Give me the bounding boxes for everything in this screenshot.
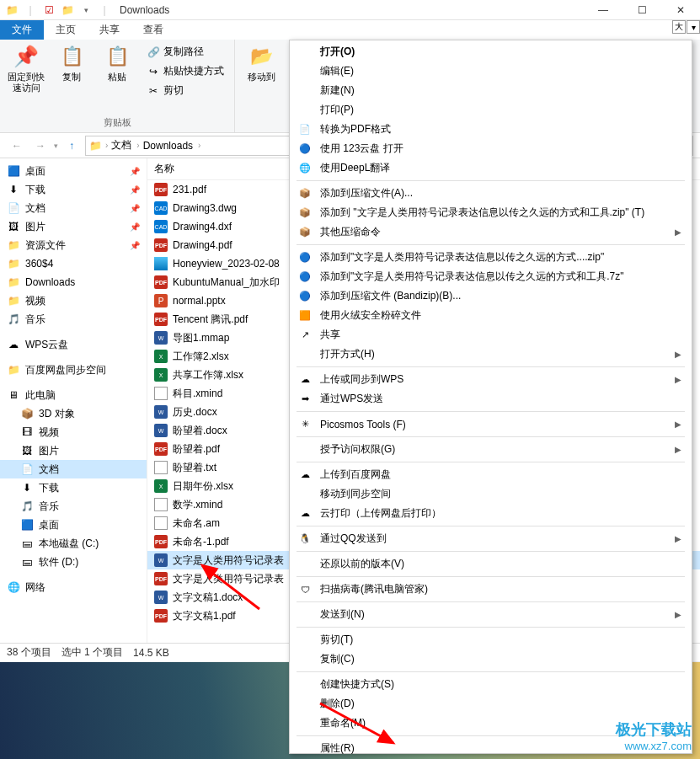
sidebar-item-quick-8[interactable]: 🎵音乐 bbox=[0, 310, 147, 329]
menu-item-16[interactable]: ↗共享 bbox=[290, 325, 692, 345]
menu-item-26[interactable]: ☁上传到百度网盘 bbox=[290, 465, 692, 484]
menu-item-24[interactable]: 授予访问权限(G)▶ bbox=[290, 440, 692, 459]
menu-item-0[interactable]: 打开(O) bbox=[290, 42, 692, 61]
menu-item-4[interactable]: 📄转换为PDF格式 bbox=[290, 120, 692, 139]
menu-item-3[interactable]: 打印(P) bbox=[290, 100, 692, 120]
tab-share-label: 共享 bbox=[99, 23, 120, 37]
sidebar-item-quick-5[interactable]: 📁360$4 bbox=[0, 254, 147, 273]
extra-button-1[interactable]: 大 bbox=[672, 20, 686, 34]
nav-pane[interactable]: 🟦桌面📌⬇下载📌📄文档📌🖼图片📌📁资源文件📌📁360$4📁Downloads📁视… bbox=[0, 158, 147, 643]
move-to-button[interactable]: 📂 移动到 bbox=[242, 43, 281, 94]
sidebar-pc-item-8[interactable]: 🖴软件 (D:) bbox=[0, 553, 147, 571]
sidebar-item-baidu[interactable]: 📁百度网盘同步空间 bbox=[0, 361, 147, 379]
menu-item-19[interactable]: ☁上传或同步到WPS▶ bbox=[290, 370, 692, 389]
menu-item-34[interactable]: 🛡扫描病毒(腾讯电脑管家) bbox=[290, 580, 692, 599]
sidebar-pc-item-3[interactable]: 📄文档 bbox=[0, 460, 147, 478]
menu-item-20[interactable]: ➡通过WPS发送 bbox=[290, 389, 692, 409]
sidebar-pc-item-1[interactable]: 🎞视频 bbox=[0, 423, 147, 441]
sidebar-item-quick-0[interactable]: 🟦桌面📌 bbox=[0, 162, 147, 180]
menu-item-39[interactable]: 复制(C) bbox=[290, 649, 692, 669]
sidebar-pc-item-5[interactable]: 🎵音乐 bbox=[0, 497, 147, 516]
menu-item-1[interactable]: 编辑(E) bbox=[290, 61, 692, 81]
menu-item-28[interactable]: ☁云打印（上传网盘后打印） bbox=[290, 504, 692, 523]
extra-button-2[interactable]: ▾ bbox=[687, 20, 700, 34]
sidebar-item-thispc[interactable]: 🖥此电脑 bbox=[0, 386, 147, 404]
checkbox-icon[interactable]: ☑ bbox=[40, 2, 57, 19]
menu-item-30[interactable]: 🐧通过QQ发送到▶ bbox=[290, 529, 692, 548]
sidebar-item-quick-7[interactable]: 📁视频 bbox=[0, 291, 147, 310]
menu-item-36[interactable]: 发送到(N)▶ bbox=[290, 605, 692, 624]
minimize-button[interactable]: — bbox=[584, 0, 623, 20]
menu-item-12[interactable]: 🔵添加到"文字是人类用符号记录表达信息以传之久远的方式....zip" bbox=[290, 248, 692, 267]
tab-home[interactable]: 主页 bbox=[44, 20, 88, 40]
sidebar-item-quick-1[interactable]: ⬇下载📌 bbox=[0, 180, 147, 199]
file-icon bbox=[154, 257, 168, 270]
nav-icon: ⬇ bbox=[20, 481, 34, 494]
sidebar-pc-item-6[interactable]: 🟦桌面 bbox=[0, 516, 147, 534]
nav-icon: 📦 bbox=[20, 407, 34, 420]
close-button[interactable]: ✕ bbox=[661, 0, 700, 20]
menu-item-32[interactable]: 还原以前的版本(V) bbox=[290, 554, 692, 574]
menu-item-13[interactable]: 🔵添加到"文字是人类用符号记录表达信息以传之久远的方式和工具.7z" bbox=[290, 267, 692, 286]
back-button[interactable]: ← bbox=[7, 136, 27, 156]
menu-item-27[interactable]: 移动到同步空间 bbox=[290, 484, 692, 504]
pin-to-quickaccess-button[interactable]: 📌 固定到快 速访问 bbox=[7, 43, 45, 99]
paste-shortcut-button[interactable]: ↪粘贴快捷方式 bbox=[143, 62, 227, 80]
sidebar-item-wps[interactable]: ☁WPS云盘 bbox=[0, 335, 147, 354]
qat-dropdown-icon[interactable]: ▾ bbox=[77, 2, 94, 19]
sidebar-pc-item-2[interactable]: 🖼图片 bbox=[0, 441, 147, 460]
menu-item-38[interactable]: 剪切(T) bbox=[290, 630, 692, 649]
sidebar-item-quick-2[interactable]: 📄文档📌 bbox=[0, 199, 147, 217]
copy-button[interactable]: 📋 复制 bbox=[52, 43, 91, 99]
tab-file[interactable]: 文件 bbox=[0, 20, 44, 40]
nav-label: 资源文件 bbox=[25, 238, 66, 253]
qat-new-folder-icon[interactable]: 📁 bbox=[59, 2, 76, 19]
menu-item-10[interactable]: 📦其他压缩命令▶ bbox=[290, 222, 692, 242]
file-icon: X bbox=[154, 350, 168, 363]
sidebar-item-quick-4[interactable]: 📁资源文件📌 bbox=[0, 236, 147, 254]
file-name: 文字文稿1.pdf bbox=[173, 609, 236, 623]
tab-share[interactable]: 共享 bbox=[88, 20, 131, 40]
maximize-button[interactable]: ☐ bbox=[623, 0, 661, 20]
sidebar-item-network[interactable]: 🌐网络 bbox=[0, 578, 147, 596]
file-name: Drawing4.pdf bbox=[173, 239, 232, 251]
cut-icon: ✂ bbox=[147, 84, 160, 98]
menu-item-2[interactable]: 新建(N) bbox=[290, 81, 692, 100]
file-name: Tencent 腾讯.pdf bbox=[173, 313, 248, 327]
file-name: 未命名-1.pdf bbox=[173, 535, 229, 549]
sidebar-pc-item-0[interactable]: 📦3D 对象 bbox=[0, 404, 147, 423]
menu-item-15[interactable]: 🟧使用火绒安全粉碎文件 bbox=[290, 306, 692, 325]
file-icon: PDF bbox=[154, 535, 168, 548]
up-button[interactable]: ↑ bbox=[61, 136, 82, 156]
menu-item-6[interactable]: 🌐使用DeepL翻译 bbox=[290, 158, 692, 178]
menu-label: 发送到(N) bbox=[320, 607, 365, 622]
nav-label: 网络 bbox=[25, 580, 45, 595]
menu-item-17[interactable]: 打开方式(H)▶ bbox=[290, 345, 692, 364]
menu-item-9[interactable]: 📦添加到 "文字是人类用符号记录表达信息以传之久远的方式和工具.zip" (T) bbox=[290, 203, 692, 222]
file-icon: P bbox=[154, 294, 168, 307]
nav-icon: 📁 bbox=[7, 257, 20, 270]
menu-item-14[interactable]: 🔵添加到压缩文件 (Bandizip)(B)... bbox=[290, 286, 692, 306]
sidebar-pc-item-7[interactable]: 🖴本地磁盘 (C:) bbox=[0, 534, 147, 553]
menu-item-22[interactable]: ✳Picosmos Tools (F)▶ bbox=[290, 414, 692, 434]
watermark: 极光下载站 www.xz7.com bbox=[616, 719, 692, 752]
nav-label: 文档 bbox=[25, 201, 45, 216]
sidebar-item-quick-3[interactable]: 🖼图片📌 bbox=[0, 217, 147, 236]
tab-view[interactable]: 查看 bbox=[131, 20, 175, 40]
chev3: › bbox=[198, 141, 200, 150]
paste-button[interactable]: 📋 粘贴 bbox=[98, 43, 136, 99]
menu-item-8[interactable]: 📦添加到压缩文件(A)... bbox=[290, 184, 692, 203]
menu-icon: 🔵 bbox=[298, 270, 312, 284]
menu-item-41[interactable]: 创建快捷方式(S) bbox=[290, 675, 692, 694]
nav-icon: 📄 bbox=[20, 462, 34, 476]
history-dropdown[interactable]: ▾ bbox=[54, 142, 58, 150]
sidebar-item-quick-6[interactable]: 📁Downloads bbox=[0, 273, 147, 291]
sidebar-pc-item-4[interactable]: ⬇下载 bbox=[0, 478, 147, 497]
breadcrumb-downloads[interactable]: Downloads› bbox=[143, 140, 201, 152]
file-icon: PDF bbox=[154, 313, 168, 326]
cut-button[interactable]: ✂剪切 bbox=[143, 82, 227, 99]
copy-path-button[interactable]: 🔗复制路径 bbox=[143, 43, 227, 61]
crumb-dl-label: Downloads bbox=[143, 140, 193, 152]
breadcrumb-docs[interactable]: 文档› bbox=[111, 138, 139, 152]
menu-item-5[interactable]: 🔵使用 123云盘 打开 bbox=[290, 139, 692, 158]
